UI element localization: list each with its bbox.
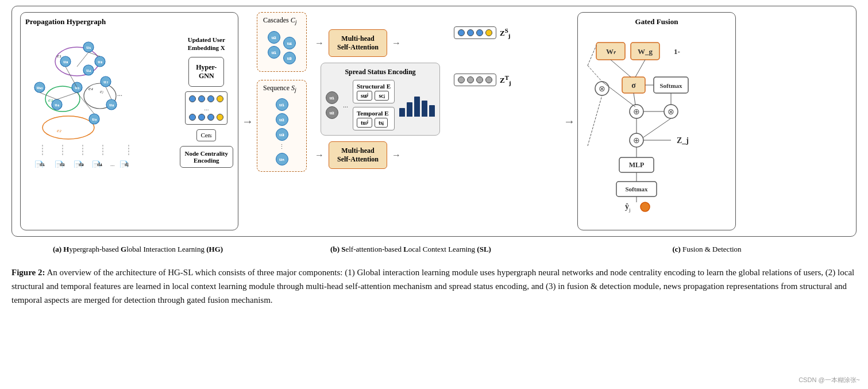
arrow-b-to-c: →	[561, 12, 577, 230]
svg-line-93	[588, 95, 602, 146]
svg-text:dⱼ: dⱼ	[125, 161, 129, 167]
mh-attention-2: Multi-headSelf-Attention	[329, 141, 387, 169]
sequence-box: Sequence Sj u₁ u₂ u₃ ⋮ uₙ	[257, 80, 307, 171]
full-diagram: Propagation Hypergraph	[11, 6, 857, 237]
dot-blue-4	[189, 114, 196, 121]
svg-text:u₂: u₂	[98, 59, 102, 64]
caption-c: (c) Fusion & Detection	[563, 245, 851, 254]
sc-item: scⱼ	[375, 91, 388, 101]
svg-text:d₁: d₁	[40, 161, 45, 167]
svg-text:u₈: u₈	[109, 102, 114, 107]
svg-text:j: j	[628, 207, 631, 213]
dot-blue-2	[198, 95, 205, 102]
seq-ellipsis: ⋮	[279, 143, 285, 151]
svg-text:eⱼ: eⱼ	[100, 88, 103, 94]
tu-item: tuᵢʲ	[357, 118, 372, 128]
cascades-box: Cascades Cj u₂ u₁ u₄ u₃	[257, 12, 307, 72]
svg-text:σ: σ	[631, 81, 636, 90]
zs-label: ZSj	[500, 27, 510, 39]
cen-box: Cenᵢ	[196, 129, 216, 141]
dot-row-2	[189, 114, 223, 121]
dot-yellow-2	[217, 114, 223, 121]
dot-row-1	[189, 95, 223, 102]
svg-text:1-: 1-	[674, 47, 680, 56]
svg-text:u₁₀: u₁₀	[37, 85, 43, 90]
dot-blue-5	[198, 114, 205, 121]
cascade-u3: u₃	[283, 52, 296, 64]
arrow-a-to-b: →	[238, 12, 257, 230]
svg-text:u₆: u₆	[55, 102, 59, 107]
svg-point-1	[43, 116, 94, 139]
ts-item: tsⱼ	[375, 118, 388, 128]
svg-line-36	[65, 67, 77, 87]
svg-text:⊗: ⊗	[599, 84, 605, 93]
zt-dot-1	[458, 76, 465, 83]
watermark: CSDN @一本糊涂张~	[798, 376, 860, 384]
figure-label: Figure 2:	[11, 268, 45, 277]
svg-line-91	[588, 45, 596, 66]
caption-a: (a) Hypergraph-based Global Interaction …	[17, 245, 259, 254]
spread-u2: u₂	[326, 106, 338, 119]
svg-line-35	[77, 52, 88, 67]
section-a: Propagation Hypergraph	[20, 12, 238, 230]
su-item: suᵢʲ	[357, 91, 372, 101]
fusion-svg: Wᵣ W_g 1- ⊗ ⊕ σ Softmax	[585, 31, 728, 215]
svg-text:u₇: u₇	[103, 79, 108, 84]
svg-text:Z_j: Z_j	[677, 136, 689, 145]
svg-text:e₄: e₄	[88, 86, 93, 91]
svg-line-80	[634, 93, 635, 105]
dot-blue-3	[207, 95, 214, 102]
svg-text:d₃: d₃	[79, 161, 84, 167]
svg-line-39	[106, 87, 111, 99]
zs-dot-2	[467, 29, 474, 36]
cascade-u4: u₄	[283, 37, 296, 49]
captions-row: (a) Hypergraph-based Global Interaction …	[11, 242, 857, 256]
spread-status-title: Spread Status Encoding	[326, 68, 435, 76]
zt-dot-4	[485, 76, 492, 83]
zt-dot-3	[476, 76, 483, 83]
zt-dot-2	[467, 76, 474, 83]
cascades-label: Cascades Cj	[263, 16, 300, 25]
svg-text:u₄: u₄	[86, 68, 91, 73]
svg-point-77	[641, 202, 650, 211]
seq-u1: u₁	[276, 98, 288, 111]
svg-text:Softmax: Softmax	[659, 82, 682, 89]
svg-text:d₂: d₂	[60, 161, 65, 167]
svg-text:u₉: u₉	[92, 117, 97, 122]
section-a-title: Propagation Hypergraph	[25, 17, 233, 26]
bar-chart	[399, 94, 435, 117]
hyper-gnn-box: Hyper-GNN	[188, 57, 224, 87]
dot-blue-1	[189, 95, 196, 102]
spread-u1: u₁	[326, 91, 338, 104]
svg-line-86	[643, 118, 671, 137]
section-b: Cascades Cj u₂ u₁ u₄ u₃	[257, 12, 561, 230]
seq-u2: u₂	[276, 113, 288, 126]
zs-dot-1	[458, 29, 465, 36]
svg-text:u₃: u₃	[63, 59, 68, 64]
svg-line-37	[57, 93, 77, 99]
zt-label: ZTj	[500, 74, 511, 86]
svg-text:...: ...	[117, 90, 122, 98]
updated-user-label: Updated UserEmbedding X	[188, 36, 225, 52]
embedding-box: ...	[185, 91, 227, 125]
svg-text:Wᵣ: Wᵣ	[606, 47, 616, 56]
svg-text:⊕: ⊕	[633, 136, 640, 145]
gated-fusion-title: Gated Fusion	[585, 17, 728, 26]
section-c: Gated Fusion Wᵣ W_g 1- ⊗ ⊕	[577, 12, 736, 230]
seq-un: uₙ	[276, 153, 288, 165]
svg-text:...: ...	[110, 161, 115, 167]
svg-text:d₄: d₄	[97, 161, 102, 167]
svg-text:W_g: W_g	[638, 47, 653, 56]
svg-text:e₃: e₃	[48, 97, 53, 103]
dots-ellipsis-1: ...	[189, 105, 223, 111]
svg-line-92	[588, 66, 602, 82]
cascade-u1: u₁	[268, 46, 280, 59]
mh-attention-1: Multi-headSelf-Attention	[329, 29, 387, 57]
svg-text:⊕: ⊕	[633, 107, 640, 116]
zs-dot-3	[476, 29, 483, 36]
temporal-box: Temporal E tuᵢʲ tsⱼ	[353, 107, 395, 130]
svg-text:u₁: u₁	[86, 45, 91, 50]
node-centrality-box: Node CentralityEncoding	[180, 146, 233, 168]
cascade-u2: u₂	[268, 31, 280, 44]
sequence-label: Sequence Sj	[263, 84, 300, 93]
